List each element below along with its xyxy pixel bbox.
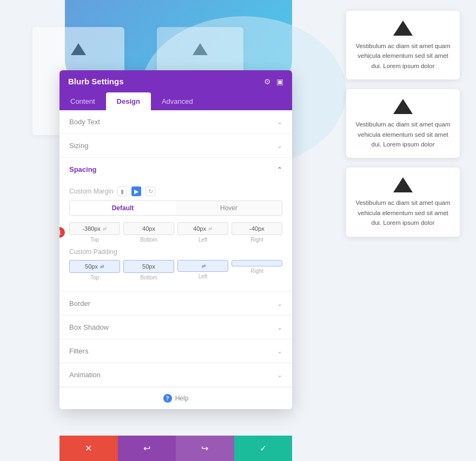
margin-bottom-group: 40px Bottom bbox=[123, 222, 174, 243]
undo-button[interactable]: ↩ bbox=[118, 436, 176, 461]
padding-left-group: ⇌ Left bbox=[177, 260, 228, 280]
section-label-body-text: Body Text bbox=[69, 118, 100, 126]
padding-right-group: Right bbox=[232, 260, 282, 280]
margin-reset-icon[interactable]: ↻ bbox=[146, 186, 155, 196]
padding-right-label: Right bbox=[250, 268, 263, 274]
margin-top-value: -380px bbox=[82, 225, 101, 232]
action-bar: ✕ ↩ ↪ ✓ bbox=[60, 436, 292, 461]
bg-card-tri2 bbox=[193, 43, 208, 55]
tab-advanced[interactable]: Advanced bbox=[151, 92, 204, 110]
chevron-spacing: ⌃ bbox=[277, 166, 282, 173]
preview-text-1: Vestibulum ac diam sit amet quam vehicul… bbox=[355, 41, 451, 71]
margin-left-link: ⇌ bbox=[208, 226, 213, 231]
chevron-sizing: ⌄ bbox=[277, 142, 282, 150]
chevron-border: ⌄ bbox=[277, 300, 282, 308]
chevron-body-text: ⌄ bbox=[277, 118, 282, 126]
margin-bottom-label: Bottom bbox=[140, 237, 157, 243]
margin-left-label: Left bbox=[199, 237, 208, 243]
padding-top-value: 50px bbox=[85, 263, 98, 270]
margin-left-value: 40px bbox=[193, 225, 206, 232]
panel-title: Blurb Settings bbox=[68, 77, 124, 86]
padding-top-group: 50px ⇌ Top bbox=[69, 260, 120, 280]
badge-1: 1 bbox=[60, 227, 65, 238]
margin-tablet-icon[interactable]: ▶ bbox=[131, 186, 141, 196]
section-spacing-header[interactable]: Spacing ⌃ bbox=[60, 158, 292, 181]
section-label-border: Border bbox=[69, 299, 90, 308]
margin-bottom-value: 40px bbox=[142, 225, 155, 232]
panel-body: Body Text ⌄ Sizing ⌄ Spacing ⌃ Custom Ma… bbox=[60, 110, 292, 409]
chevron-filters: ⌄ bbox=[277, 348, 282, 355]
margin-desktop-icon[interactable]: ▮ bbox=[117, 186, 127, 196]
redo-button[interactable]: ↪ bbox=[176, 436, 234, 461]
preview-icon-2 bbox=[393, 99, 413, 114]
padding-top-link: ⇌ bbox=[100, 264, 104, 269]
custom-margin-label: Custom Margin bbox=[69, 188, 113, 195]
section-sizing[interactable]: Sizing ⌄ bbox=[60, 134, 292, 158]
margin-right-group: -40px Right bbox=[232, 222, 282, 243]
preview-cards: Vestibulum ac diam sit amet quam vehicul… bbox=[346, 11, 460, 237]
padding-right-input[interactable] bbox=[232, 260, 282, 266]
section-body-text[interactable]: Body Text ⌄ bbox=[60, 110, 292, 134]
margin-top-label: Top bbox=[90, 237, 99, 243]
custom-padding-label: Custom Padding bbox=[69, 248, 282, 256]
section-border[interactable]: Border ⌄ bbox=[60, 292, 292, 316]
panel-header: Blurb Settings ⚙ ▣ bbox=[60, 70, 292, 92]
margin-top-input[interactable]: -380px ⇌ bbox=[69, 222, 120, 235]
padding-bottom-label: Bottom bbox=[140, 275, 157, 280]
section-label-box-shadow: Box Shadow bbox=[69, 323, 109, 331]
inner-tab-default[interactable]: Default bbox=[70, 201, 176, 215]
margin-left-input[interactable]: 40px ⇌ bbox=[177, 222, 228, 235]
custom-padding-section: Custom Padding 50px ⇌ Top 50px Bottom bbox=[69, 248, 282, 280]
help-icon[interactable]: ? bbox=[163, 394, 172, 403]
padding-left-input[interactable]: ⇌ bbox=[177, 260, 228, 272]
preview-card-3: Vestibulum ac diam sit amet quam vehicul… bbox=[346, 168, 460, 236]
panel-tabs: Content Design Advanced bbox=[60, 92, 292, 110]
padding-inputs-grid: 50px ⇌ Top 50px Bottom bbox=[69, 260, 282, 280]
chevron-box-shadow: ⌄ bbox=[277, 324, 282, 331]
section-box-shadow[interactable]: Box Shadow ⌄ bbox=[60, 316, 292, 339]
preview-text-3: Vestibulum ac diam sit amet quam vehicul… bbox=[355, 198, 451, 228]
margin-top-group: -380px ⇌ Top bbox=[69, 222, 120, 243]
settings-panel: Blurb Settings ⚙ ▣ Content Design Advanc… bbox=[60, 70, 292, 409]
section-label-filters: Filters bbox=[69, 347, 88, 355]
margin-bottom-input[interactable]: 40px bbox=[123, 222, 174, 235]
inner-tabs-margin: Default Hover bbox=[69, 201, 282, 216]
preview-card-2: Vestibulum ac diam sit amet quam vehicul… bbox=[346, 89, 460, 158]
padding-left-link: ⇌ bbox=[202, 263, 206, 269]
save-button[interactable]: ✓ bbox=[234, 436, 293, 461]
margin-right-value: -40px bbox=[249, 225, 265, 232]
section-label-sizing: Sizing bbox=[69, 142, 88, 150]
tab-content[interactable]: Content bbox=[60, 92, 106, 110]
custom-margin-header: Custom Margin ▮ ▶ ↻ bbox=[69, 181, 282, 201]
padding-top-label: Top bbox=[90, 275, 99, 280]
section-label-animation: Animation bbox=[69, 371, 101, 379]
preview-icon-3 bbox=[393, 177, 413, 192]
preview-text-2: Vestibulum ac diam sit amet quam vehicul… bbox=[355, 119, 451, 149]
padding-bottom-value: 50px bbox=[142, 263, 155, 270]
help-label: Help bbox=[175, 395, 189, 402]
section-animation[interactable]: Animation ⌄ bbox=[60, 363, 292, 387]
margin-right-label: Right bbox=[250, 237, 263, 243]
margin-top-link: ⇌ bbox=[103, 226, 107, 231]
margin-left-group: 40px ⇌ Left bbox=[177, 222, 228, 243]
panel-footer: ? Help bbox=[60, 387, 292, 409]
spacing-section: Custom Margin ▮ ▶ ↻ Default Hover 1 -380… bbox=[60, 181, 292, 292]
padding-bottom-group: 50px Bottom bbox=[123, 260, 174, 280]
inner-tab-hover[interactable]: Hover bbox=[176, 201, 282, 215]
padding-bottom-input[interactable]: 50px bbox=[123, 260, 174, 273]
tab-design[interactable]: Design bbox=[106, 92, 151, 110]
preview-card-1: Vestibulum ac diam sit amet quam vehicul… bbox=[346, 11, 460, 79]
padding-top-input[interactable]: 50px ⇌ bbox=[69, 260, 120, 273]
preview-icon-1 bbox=[393, 21, 413, 36]
chevron-animation: ⌄ bbox=[277, 371, 282, 379]
margin-right-input[interactable]: -40px bbox=[232, 222, 282, 235]
section-label-spacing: Spacing bbox=[69, 165, 97, 173]
cancel-button[interactable]: ✕ bbox=[60, 436, 118, 461]
bg-card-tri bbox=[71, 43, 86, 55]
section-filters[interactable]: Filters ⌄ bbox=[60, 339, 292, 363]
expand-icon[interactable]: ▣ bbox=[276, 77, 283, 86]
margin-inputs-wrapper: 1 -380px ⇌ Top 40px Bottom bbox=[69, 222, 282, 243]
margin-inputs-grid: -380px ⇌ Top 40px Bottom 40px bbox=[69, 222, 282, 243]
padding-left-label: Left bbox=[199, 273, 208, 279]
settings-icon[interactable]: ⚙ bbox=[264, 77, 271, 86]
